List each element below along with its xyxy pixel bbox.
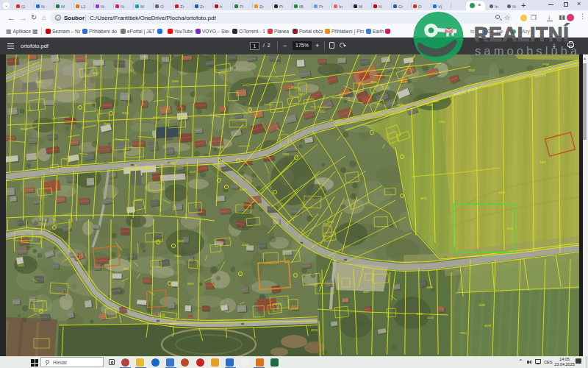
svg-text:721/2: 721/2 (174, 255, 181, 258)
svg-text:REALITNÍ: REALITNÍ (474, 23, 570, 46)
svg-text:263/3: 263/3 (432, 100, 439, 103)
svg-text:993/3: 993/3 (327, 221, 334, 224)
svg-text:918/1: 918/1 (122, 112, 129, 115)
svg-text:829/7: 829/7 (187, 283, 194, 286)
svg-text:137/9: 137/9 (439, 121, 445, 124)
svg-text:467/1: 467/1 (420, 197, 427, 200)
svg-text:741/2: 741/2 (123, 268, 129, 271)
svg-text:570/6: 570/6 (426, 104, 433, 107)
svg-text:samoobsluha: samoobsluha (475, 44, 580, 57)
svg-text:721/2: 721/2 (319, 110, 326, 113)
svg-text:237/8: 237/8 (506, 227, 513, 230)
svg-text:405/6: 405/6 (177, 240, 184, 243)
svg-text:164/5: 164/5 (135, 199, 142, 202)
svg-text:680/6: 680/6 (397, 104, 404, 107)
svg-text:692/7: 692/7 (363, 291, 370, 294)
svg-text:624/3: 624/3 (242, 244, 248, 247)
svg-text:795/6: 795/6 (168, 162, 174, 165)
svg-text:969/9: 969/9 (426, 286, 433, 289)
svg-text:490/7: 490/7 (170, 323, 176, 326)
svg-text:775/5: 775/5 (282, 153, 289, 156)
svg-text:514/7: 514/7 (240, 188, 246, 191)
svg-text:164/1: 164/1 (18, 264, 24, 267)
svg-text:954/5: 954/5 (104, 123, 110, 126)
svg-text:969/9: 969/9 (416, 313, 423, 316)
svg-text:221/9: 221/9 (189, 171, 196, 174)
svg-text:452/4: 452/4 (427, 316, 434, 319)
svg-text:412/8: 412/8 (498, 191, 505, 194)
svg-text:340/2: 340/2 (539, 161, 546, 164)
svg-text:412/4: 412/4 (311, 329, 318, 332)
svg-text:662/8: 662/8 (484, 325, 491, 328)
svg-text:694/8: 694/8 (153, 116, 159, 119)
svg-text:925/3: 925/3 (21, 128, 27, 131)
svg-text:243/9: 243/9 (478, 304, 485, 307)
svg-text:272/1: 272/1 (460, 332, 467, 335)
svg-text:501/4: 501/4 (375, 102, 381, 105)
svg-text:652/8: 652/8 (158, 314, 165, 316)
